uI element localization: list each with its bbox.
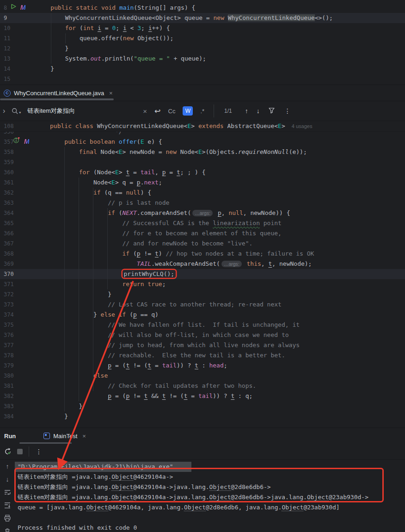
code-line-370: 370 printWhyCLQ(); — [0, 269, 405, 279]
regex-toggle[interactable]: .* — [200, 108, 204, 115]
code-line-372: 372 } — [0, 289, 405, 300]
line-number: 357 — [0, 137, 13, 147]
plugin-m-icon[interactable]: M — [24, 136, 29, 147]
code-line-376: 376 // will also be off-list, in which c… — [0, 330, 405, 340]
caret-down-icon: ▾ — [19, 110, 21, 115]
code-line-359: 359 — [0, 157, 405, 167]
code-line-362: 362 if (q == null) { — [0, 188, 405, 198]
code-line-363: 363 // p is last node — [0, 198, 405, 208]
code-line-378: 378 // reachable. Else the new tail is a… — [0, 350, 405, 361]
filter-icon[interactable] — [268, 107, 275, 115]
line-number: 14 — [0, 64, 9, 74]
line-number: 372 — [0, 289, 13, 300]
line-number: 371 — [0, 279, 13, 289]
code-line-console — [0, 513, 405, 523]
svg-text:I: I — [15, 138, 18, 142]
line-number: 359 — [0, 157, 13, 167]
line-number: 366 — [0, 228, 13, 238]
match-count: 1/1 — [224, 108, 232, 114]
find-bar: › ▾ 链表item对象指向 × ↩ Cc W .* 1/1 ↑ ↓ ⋮ — [0, 101, 405, 121]
scroll-to-end-icon[interactable] — [4, 501, 12, 509]
code-line-374: 374 } else if (p == q) — [0, 310, 405, 320]
up-stack-trace-icon[interactable]: ↑ — [4, 462, 12, 470]
chevron-right-icon[interactable]: › — [3, 107, 5, 115]
clear-search-icon[interactable]: × — [143, 107, 147, 115]
code-line-13: 13 System.out.println("queue = " + queue… — [0, 54, 405, 64]
run-configuration-icon — [43, 433, 50, 439]
soft-wrap-icon[interactable] — [4, 488, 12, 496]
code-line-11: 11 queue.offer(new Object()); — [0, 33, 405, 43]
divider — [214, 104, 214, 117]
line-number: 370 — [0, 269, 13, 279]
code-line-373: 373 // Lost CAS race to another thread; … — [0, 300, 405, 310]
line-number: 376 — [0, 330, 13, 340]
indent-guide — [65, 33, 66, 43]
match-case-toggle[interactable]: Cc — [168, 108, 176, 115]
tabs-scrollbar-thumb[interactable] — [0, 98, 114, 100]
line-number: 12 — [0, 43, 9, 54]
line-number: 365 — [0, 218, 13, 228]
class-icon: C — [4, 90, 11, 97]
line-number: 375 — [0, 320, 13, 330]
code-line-380: 380 else — [0, 371, 405, 381]
run-toolbar: ⋮ — [0, 444, 405, 460]
line-number: 378 — [0, 350, 13, 361]
down-stack-trace-icon[interactable]: ↓ — [4, 475, 12, 483]
editor-tab-bar: C WhyConcurrentLinkedQueue.java × — [0, 85, 405, 101]
close-icon[interactable]: × — [109, 90, 113, 97]
words-toggle[interactable]: W — [183, 106, 193, 116]
code-line-377: 377 // jump to head, from which all live… — [0, 340, 405, 350]
line-number: 377 — [0, 340, 13, 350]
search-input[interactable]: 链表item对象指向 — [27, 107, 143, 115]
code-line-371: 371 return true; — [0, 279, 405, 289]
run-panel-title: Run — [4, 433, 16, 440]
line-number: 384 — [0, 411, 13, 422]
line-number: 9 — [0, 13, 9, 23]
next-occurrence-icon[interactable]: ↓ — [257, 107, 260, 115]
more-options-icon[interactable]: ⋮ — [33, 446, 45, 458]
main-editor: 357IM public boolean offer(E e) {358 fin… — [0, 136, 405, 428]
line-number: 363 — [0, 198, 13, 208]
code-line-360: 360 for (Node<E> t = tail, p = t; ; ) { — [0, 167, 405, 177]
line-number: 362 — [0, 188, 13, 198]
line-number: 13 — [0, 54, 9, 64]
line-number: 379 — [0, 361, 13, 371]
divider — [29, 446, 29, 457]
newline-icon[interactable]: ↩ — [154, 107, 160, 116]
line-number: 373 — [0, 300, 13, 310]
more-options-icon[interactable]: ⋮ — [284, 107, 291, 115]
sticky-line: 108public class WhyConcurrentLinkedQueue… — [0, 121, 405, 132]
indent-guide — [79, 177, 79, 401]
line-number: 374 — [0, 310, 13, 320]
line-number: 368 — [0, 249, 13, 259]
code-line-365: 365 // Successful CAS is the linearizati… — [0, 218, 405, 228]
code-line-383: 383 } — [0, 401, 405, 411]
code-line-366: 366 // for e to become an element of thi… — [0, 228, 405, 238]
rerun-icon[interactable] — [2, 446, 14, 458]
code-line-375: 375 // We have fallen off list. If tail … — [0, 320, 405, 330]
run-tab-maintest[interactable]: MainTest × — [43, 428, 86, 444]
console-toolbar: ↑ ↓ — [0, 462, 15, 532]
plugin-m-icon[interactable]: M — [20, 2, 25, 13]
code-line-358: 358 final Node<E> newNode = new Node<E>(… — [0, 147, 405, 157]
code-line-381: 381 // Check for tail updates after two … — [0, 381, 405, 391]
code-line-357: 357IM public boolean offer(E e) { — [0, 137, 405, 147]
stop-icon[interactable] — [14, 446, 26, 458]
annotation-console-box — [14, 468, 384, 502]
overridden-marker-icon[interactable]: I — [13, 136, 20, 147]
code-line-12: 12 } — [0, 43, 405, 54]
code-line-console: queue = [java.lang.Object@4629104a, java… — [0, 502, 405, 513]
line-number: 367 — [0, 238, 13, 249]
indent-guide — [51, 13, 51, 64]
code-line-108: 108public class WhyConcurrentLinkedQueue… — [0, 121, 405, 131]
previous-occurrence-icon[interactable]: ↑ — [245, 107, 248, 115]
clear-console-icon[interactable] — [4, 527, 12, 532]
print-icon[interactable] — [4, 514, 12, 522]
code-line-379: 379 p = (t != (t = tail)) ? t : head; — [0, 361, 405, 371]
code-line-10: 10 for (int i = 0; i < 3; i++) { — [0, 23, 405, 33]
search-icon[interactable]: ▾ — [12, 108, 21, 115]
run-icon[interactable] — [10, 3, 17, 13]
ide-window: 8M public static void main(String[] args… — [0, 0, 405, 532]
code-line-15: 15 — [0, 74, 405, 84]
close-icon[interactable]: × — [82, 433, 86, 440]
